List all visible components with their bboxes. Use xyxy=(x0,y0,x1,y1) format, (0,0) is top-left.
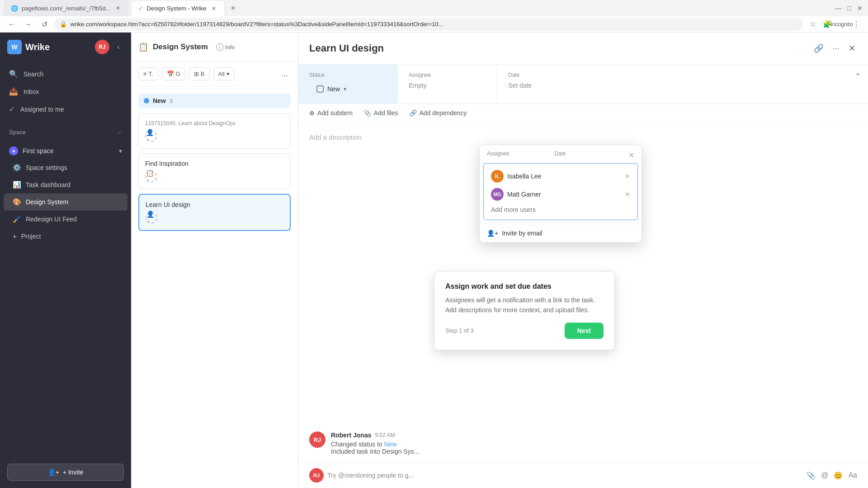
sidebar-first-space[interactable]: ★ First space ▾ xyxy=(0,143,131,159)
url-text: wrike.com/workspace.htm?acc=6250782#fold… xyxy=(71,21,443,28)
compose-area: RJ Try @mentioning people to g... 📎 @ 😊 … xyxy=(298,462,868,488)
description-placeholder[interactable]: Add a description xyxy=(309,133,857,141)
card-learn-ui-design[interactable]: Learn UI design 👤+ xyxy=(138,194,291,231)
status-checkbox xyxy=(316,85,324,93)
back-button[interactable]: ← xyxy=(5,18,18,31)
tab-wrike[interactable]: ✓ Design System - Wrike ✕ xyxy=(131,0,225,16)
search-label: Search xyxy=(24,70,43,78)
tab-close[interactable]: ✕ xyxy=(114,5,122,12)
card-footer-3: 👤+ xyxy=(146,212,283,224)
sidebar-item-task-dashboard[interactable]: 📊 Task dashboard xyxy=(4,176,127,193)
activity-item-1: RJ Robert Jonas 9:52 AM Changed status t… xyxy=(298,424,868,462)
format-icon[interactable]: Aa xyxy=(848,471,857,480)
attach-icon[interactable]: 📎 xyxy=(807,471,816,480)
assignee-avatar-2: MG xyxy=(491,188,504,201)
tab-pageflows[interactable]: 🌐 pageflows.com/_/emails/_/7fb5d... ✕ xyxy=(4,0,129,16)
user-avatar[interactable]: RJ xyxy=(95,40,109,54)
add-files-button[interactable]: 📎 Add files xyxy=(363,109,398,117)
activity-time: 9:52 AM xyxy=(375,432,395,438)
space-more-icon[interactable]: ··· xyxy=(117,129,122,136)
assignee-avatar-1: IL xyxy=(491,170,504,183)
more-actions-icon[interactable]: ··· xyxy=(831,42,841,55)
sidebar-space-section: Space ··· xyxy=(0,122,131,143)
add-assignee-3[interactable]: 👤+ xyxy=(146,212,157,224)
tab-label-active: Design System - Wrike xyxy=(147,5,207,12)
more-options-button[interactable]: ... xyxy=(278,66,291,81)
filter-button[interactable]: All ▾ xyxy=(213,67,235,80)
card-find-inspiration[interactable]: Find Inspiration 📋+ xyxy=(138,153,291,189)
browser-nav-icons: ☆ 🧩 Incognito ⋮ xyxy=(807,18,863,31)
card-learn-designops[interactable]: 1197315045: Learn about DesignOps 👤+ xyxy=(138,113,291,149)
task-meta: Status New ▾ Assignee Empty Date Set dat… xyxy=(298,65,868,104)
invite-by-email-button[interactable]: 👤+ Invite by email xyxy=(480,224,642,242)
sidebar-item-design-system[interactable]: 🎨 Design System xyxy=(4,193,127,211)
add-assignee-2[interactable]: 📋+ xyxy=(145,171,157,183)
space-expand-icon[interactable]: ▾ xyxy=(119,147,122,155)
profile-button[interactable]: Incognito xyxy=(835,18,848,31)
view-table-button[interactable]: ≡ T. xyxy=(138,67,158,80)
forward-button[interactable]: → xyxy=(22,18,34,31)
step-indicator: Step 1 of 3 xyxy=(445,327,474,334)
next-button[interactable]: Next xyxy=(565,323,604,339)
sidebar-item-redesign[interactable]: 🖌️ Redesign UI Feed xyxy=(4,211,127,228)
add-subitem-button[interactable]: ⊕ Add subitem xyxy=(309,109,353,117)
minimize-button[interactable]: — xyxy=(834,4,843,13)
activity-text: Changed status to New xyxy=(331,441,857,448)
view-gantt-button[interactable]: 📅 G xyxy=(162,67,185,80)
address-bar[interactable]: 🔒 wrike.com/workspace.htm?acc=6250782#fo… xyxy=(54,18,803,31)
add-assignee-1[interactable]: 👤+ xyxy=(145,130,157,142)
tabs-row: 🌐 pageflows.com/_/emails/_/7fb5d... ✕ ✓ … xyxy=(0,0,868,16)
link-icon[interactable]: 🔗 xyxy=(812,42,826,55)
space-icon: ★ xyxy=(9,146,18,155)
new-tab-button[interactable]: + xyxy=(227,2,240,14)
sidebar-item-search[interactable]: 🔍 Search xyxy=(0,65,131,83)
compose-input[interactable]: Try @mentioning people to g... xyxy=(327,472,803,479)
remove-assignee-1[interactable]: ✕ xyxy=(625,173,630,180)
view-board-button[interactable]: ⊞ B xyxy=(189,67,210,80)
add-dependency-button[interactable]: 🔗 Add dependency xyxy=(409,109,467,117)
close-button[interactable]: ✕ xyxy=(855,4,864,13)
filter-arrow-icon: ▾ xyxy=(226,70,230,77)
card-title-2: Find Inspiration xyxy=(145,160,284,167)
sidebar-item-assigned[interactable]: ✓ Assigned to me xyxy=(0,100,131,118)
space-left: ★ First space xyxy=(9,146,53,155)
wrike-logo-icon: W xyxy=(7,40,22,54)
remove-assignee-2[interactable]: ✕ xyxy=(625,191,630,198)
bookmark-button[interactable]: ☆ xyxy=(807,18,819,31)
column-dot xyxy=(144,98,149,103)
redesign-icon: 🖌️ xyxy=(13,215,21,223)
tab-close-active[interactable]: ✕ xyxy=(210,5,217,12)
collapse-icon[interactable]: ⌃ xyxy=(855,72,861,80)
assigned-icon: ✓ xyxy=(9,105,15,113)
maximize-button[interactable]: □ xyxy=(844,4,854,13)
sidebar-collapse-button[interactable]: ‹ xyxy=(113,42,124,52)
emoji-icon[interactable]: 😊 xyxy=(834,471,843,480)
refresh-button[interactable]: ↺ xyxy=(38,18,51,31)
date-label: Date xyxy=(508,72,577,78)
close-task-icon[interactable]: ✕ xyxy=(847,42,857,55)
sidebar: W wrike RJ ‹ 🔍 Search 📥 Inbox ✓ Assigned… xyxy=(0,33,131,488)
status-badge[interactable]: New ▾ xyxy=(309,82,387,96)
mention-icon[interactable]: @ xyxy=(821,471,828,480)
activity-link[interactable]: New xyxy=(384,441,397,448)
card-title-3: Learn UI design xyxy=(146,201,283,208)
sidebar-item-space-settings[interactable]: ⚙️ Space settings xyxy=(4,159,127,176)
assignee-value: Empty xyxy=(409,82,486,89)
add-more-input[interactable] xyxy=(491,203,630,216)
invite-icon: 👤+ xyxy=(48,469,59,476)
subitem-label: Add subitem xyxy=(317,109,353,117)
sidebar-item-project[interactable]: + Project xyxy=(4,228,127,244)
assignee-col: Assignee xyxy=(487,150,509,160)
invite-button[interactable]: 👤+ + Invite xyxy=(7,464,124,481)
sidebar-item-inbox[interactable]: 📥 Inbox xyxy=(0,83,131,100)
compose-actions: 📎 @ 😊 Aa xyxy=(807,471,857,480)
info-button[interactable]: i Info xyxy=(212,42,239,52)
board-title: Design System xyxy=(153,42,208,52)
files-label: Add files xyxy=(374,109,398,117)
space-name: First space xyxy=(23,147,53,155)
dropdown-close-icon[interactable]: ✕ xyxy=(628,151,634,160)
filter-label: All xyxy=(218,70,225,77)
menu-button[interactable]: ⋮ xyxy=(850,18,863,31)
task-title: Learn UI design xyxy=(309,42,384,54)
assignee-label: Assignee xyxy=(409,72,486,78)
